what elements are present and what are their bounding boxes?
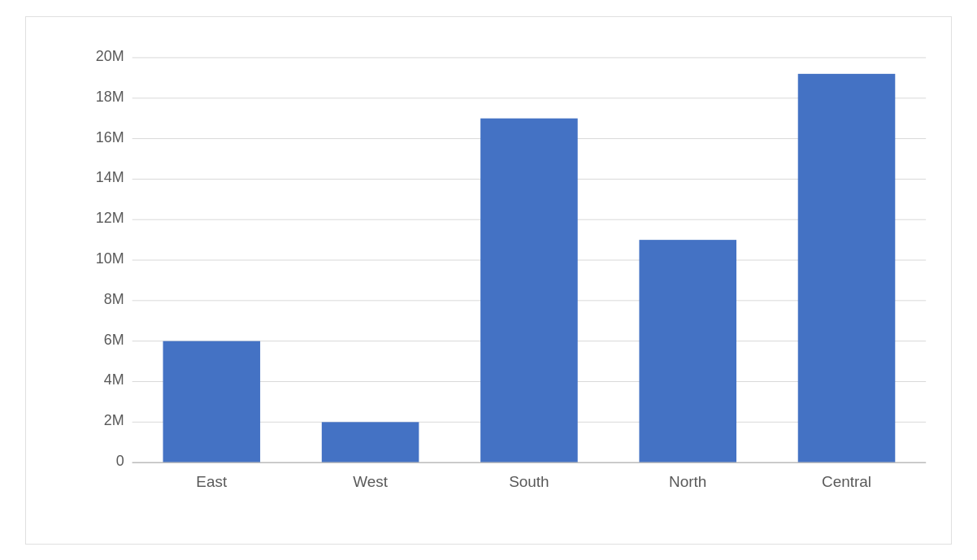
bar-central xyxy=(798,73,896,462)
x-label-north: North xyxy=(669,473,706,490)
chart-area: 0 2M 4M 6M 8M 10M 12M 14M 16M 18M 20M Ea… xyxy=(83,41,935,495)
x-label-west: West xyxy=(353,473,389,490)
y-label-10m: 10M xyxy=(96,250,124,267)
y-label-2m: 2M xyxy=(104,412,124,428)
y-label-16m: 16M xyxy=(96,128,124,145)
y-label-8m: 8M xyxy=(104,290,124,306)
y-label-20m: 20M xyxy=(96,47,124,63)
y-label-0: 0 xyxy=(116,453,124,469)
y-label-4m: 4M xyxy=(104,371,124,388)
bar-north xyxy=(639,240,736,462)
y-label-12m: 12M xyxy=(96,210,124,226)
x-label-east: East xyxy=(196,473,228,490)
x-label-central: Central xyxy=(822,473,871,490)
bar-chart-svg: 0 2M 4M 6M 8M 10M 12M 14M 16M 18M 20M Ea… xyxy=(83,41,935,495)
bar-east xyxy=(163,341,261,462)
bar-south xyxy=(480,118,578,462)
y-label-6m: 6M xyxy=(104,331,124,347)
bar-west xyxy=(322,422,419,462)
chart-container: 0 2M 4M 6M 8M 10M 12M 14M 16M 18M 20M Ea… xyxy=(25,16,952,545)
y-label-18m: 18M xyxy=(96,88,124,104)
x-label-south: South xyxy=(509,473,549,490)
y-label-14m: 14M xyxy=(96,169,124,185)
